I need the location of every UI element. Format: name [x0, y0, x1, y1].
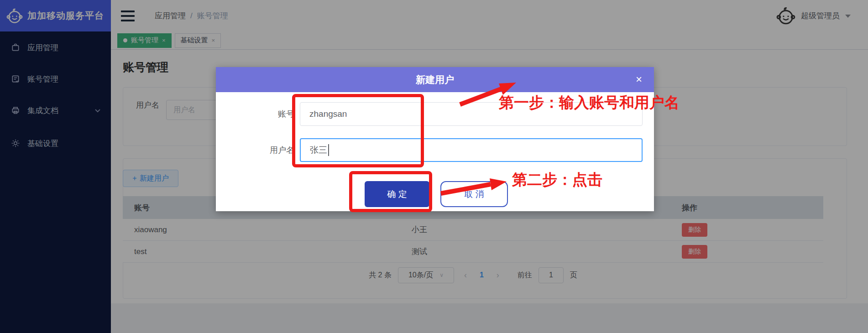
- dialog-header: 新建用户 ×: [216, 67, 654, 92]
- confirm-button[interactable]: 确 定: [365, 181, 429, 207]
- username-field-label: 用户名: [216, 138, 294, 162]
- dialog-title: 新建用户: [416, 73, 454, 86]
- app-root: 加加移动服务平台 应用管理 账号管理 集: [0, 0, 868, 333]
- new-user-dialog: 新建用户 × 账号 zhangsan 用户名 张三 确 定 取 消: [216, 67, 654, 211]
- cancel-button[interactable]: 取 消: [440, 181, 508, 207]
- account-input[interactable]: zhangsan: [300, 102, 643, 126]
- username-input[interactable]: 张三: [300, 138, 643, 162]
- text-cursor: [328, 144, 329, 156]
- close-icon[interactable]: ×: [636, 73, 642, 86]
- account-field-label: 账号: [216, 102, 294, 126]
